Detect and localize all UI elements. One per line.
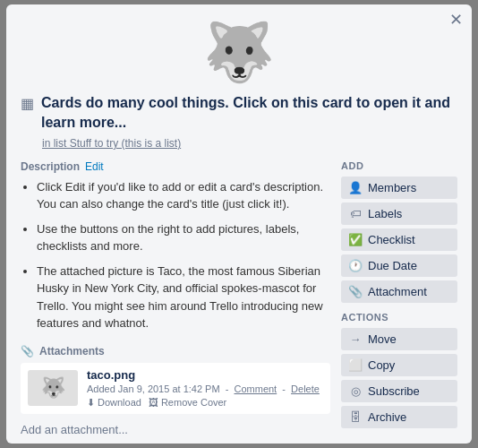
checklist-button[interactable]: ✅ Checklist — [341, 228, 457, 251]
attachment-date: Added Jan 9, 2015 at 1:42 PM — [87, 383, 220, 394]
due-date-icon: 🕐 — [348, 259, 363, 272]
sidebar-add-label: Add — [341, 160, 457, 171]
move-icon: → — [348, 332, 363, 346]
labels-icon: 🏷 — [348, 207, 363, 220]
copy-icon: ⬜ — [348, 358, 363, 372]
archive-button[interactable]: 🗄 Archive — [341, 406, 457, 428]
attachment-emoji: 🐺 — [41, 376, 65, 400]
description-edit-link[interactable]: Edit — [85, 160, 104, 173]
labels-label: Labels — [368, 207, 402, 220]
card-modal: ✕ 🐺 ▦ Cards do many cool things. Click o… — [6, 4, 472, 444]
card-title-row: ▦ Cards do many cool things. Click on th… — [21, 93, 457, 134]
attachment-download-link[interactable]: ⬇ Download — [87, 397, 141, 409]
description-item-1: Click Edit if you'd like to add or edit … — [37, 178, 330, 213]
attachment-actions: ⬇ Download 🖼 Remove Cover — [87, 397, 323, 409]
attachment-row: 🐺 taco.png Added Jan 9, 2015 at 1:42 PM … — [21, 363, 330, 414]
subscribe-icon: ◎ — [348, 384, 363, 398]
subscribe-button[interactable]: ◎ Subscribe — [341, 380, 457, 402]
attachment-thumbnail: 🐺 — [28, 370, 78, 406]
checklist-icon: ✅ — [348, 233, 363, 246]
modal-body: Description Edit Click Edit if you'd lik… — [21, 160, 457, 444]
image-icon: 🖼 — [149, 397, 158, 408]
members-icon: 👤 — [348, 181, 363, 194]
description-list: Click Edit if you'd like to add or edit … — [21, 178, 330, 332]
attachment-name: taco.png — [87, 368, 323, 382]
attachment-label: Attachment — [368, 285, 427, 298]
description-item-3: The attached picture is Taco, the most f… — [37, 263, 330, 332]
archive-icon: 🗄 — [348, 410, 363, 424]
attachments-section: 📎 Attachments 🐺 taco.png Added Jan 9, 20… — [21, 345, 330, 436]
download-label: Download — [98, 397, 141, 408]
download-icon: ⬇ — [87, 397, 95, 409]
card-cover-image: 🐺 — [21, 19, 457, 86]
attachments-header: 📎 Attachments — [21, 345, 330, 358]
due-date-label: Due Date — [368, 259, 417, 272]
card-list-reference: in list Stuff to try (this is a list) — [42, 137, 457, 150]
subscribe-label: Subscribe — [368, 384, 420, 398]
description-section: Description Edit Click Edit if you'd lik… — [21, 160, 330, 332]
list-ref-link[interactable]: in list Stuff to try (this is a list) — [42, 137, 181, 150]
attachment-remove-cover-link[interactable]: 🖼 Remove Cover — [149, 397, 226, 409]
description-header: Description Edit — [21, 160, 330, 173]
copy-label: Copy — [368, 358, 395, 372]
archive-label: Archive — [368, 410, 406, 424]
move-button[interactable]: → Move — [341, 328, 457, 350]
due-date-button[interactable]: 🕐 Due Date — [341, 254, 457, 277]
move-label: Move — [368, 332, 397, 346]
description-item-2: Use the buttons on the right to add pict… — [37, 220, 330, 255]
card-title-text: Cards do many cool things. Click on this… — [41, 93, 457, 134]
add-attachment-link[interactable]: Add an attachment... — [21, 423, 128, 436]
attachment-meta: Added Jan 9, 2015 at 1:42 PM - Comment -… — [87, 383, 323, 394]
modal-main: Description Edit Click Edit if you'd lik… — [21, 160, 330, 444]
paperclip-icon: 📎 — [21, 345, 34, 358]
checklist-label: Checklist — [368, 233, 415, 246]
attachment-icon: 📎 — [348, 285, 363, 298]
attachment-comment-link[interactable]: Comment — [235, 383, 277, 394]
attachment-button[interactable]: 📎 Attachment — [341, 280, 457, 303]
card-title-icon: ▦ — [21, 95, 34, 112]
sidebar-actions-label: Actions — [341, 312, 457, 323]
copy-button[interactable]: ⬜ Copy — [341, 354, 457, 376]
labels-button[interactable]: 🏷 Labels — [341, 202, 457, 225]
attachments-label: Attachments — [39, 345, 105, 358]
remove-cover-label: Remove Cover — [161, 397, 226, 408]
husky-emoji: 🐺 — [203, 19, 275, 86]
modal-sidebar: Add 👤 Members 🏷 Labels ✅ Checklist 🕐 Due… — [341, 160, 457, 444]
members-button[interactable]: 👤 Members — [341, 177, 457, 199]
attachment-delete-link[interactable]: Delete — [291, 383, 320, 394]
description-label: Description — [21, 160, 80, 173]
attachment-info: taco.png Added Jan 9, 2015 at 1:42 PM - … — [87, 368, 323, 409]
members-label: Members — [368, 181, 416, 194]
close-button[interactable]: ✕ — [449, 12, 463, 28]
